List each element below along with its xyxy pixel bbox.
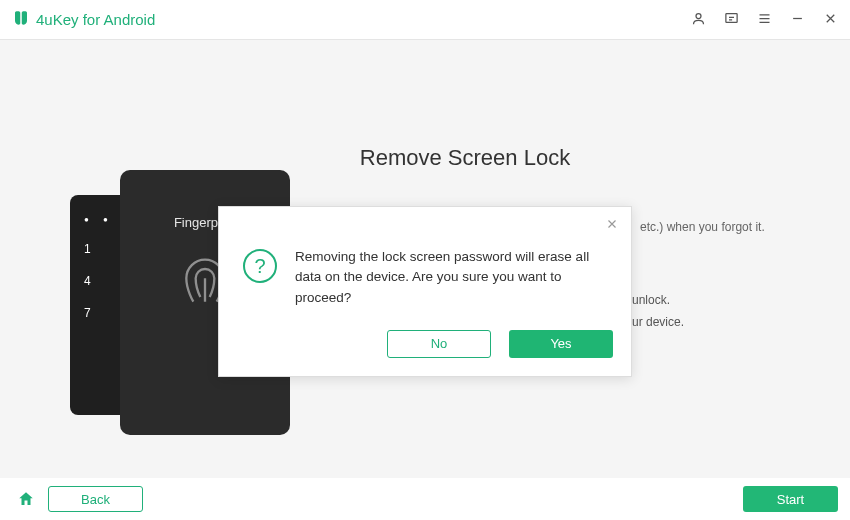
content-area: ● ● 1 4 7 Fingerprint Remove Screen Lock… [0, 40, 850, 480]
home-icon[interactable] [12, 490, 40, 508]
app-name: 4uKey for Android [36, 11, 155, 28]
minimize-icon[interactable] [790, 11, 805, 29]
app-logo: 4uKey for Android [12, 9, 155, 31]
close-icon[interactable] [605, 217, 619, 235]
dialog-actions: No Yes [237, 330, 613, 358]
page-title: Remove Screen Lock [130, 145, 800, 171]
close-icon[interactable] [823, 11, 838, 29]
titlebar: 4uKey for Android [0, 0, 850, 40]
dialog-message: Removing the lock screen password will e… [295, 247, 613, 308]
question-icon: ? [243, 249, 277, 283]
titlebar-controls [691, 11, 838, 29]
logo-icon [12, 9, 30, 31]
dialog-body: ? Removing the lock screen password will… [237, 221, 613, 308]
no-button[interactable]: No [387, 330, 491, 358]
yes-button[interactable]: Yes [509, 330, 613, 358]
subtitle-fragment: etc.) when you forgot it. [640, 220, 765, 234]
info-text: unlock. ur device. [632, 290, 684, 333]
info-line: ur device. [632, 312, 684, 334]
info-line: unlock. [632, 290, 684, 312]
chat-icon[interactable] [724, 11, 739, 29]
confirm-dialog: ? Removing the lock screen password will… [218, 206, 632, 377]
user-icon[interactable] [691, 11, 706, 29]
start-button[interactable]: Start [743, 486, 838, 512]
menu-icon[interactable] [757, 11, 772, 29]
footer: Back Start [0, 478, 850, 520]
back-button[interactable]: Back [48, 486, 143, 512]
svg-point-0 [696, 13, 701, 18]
